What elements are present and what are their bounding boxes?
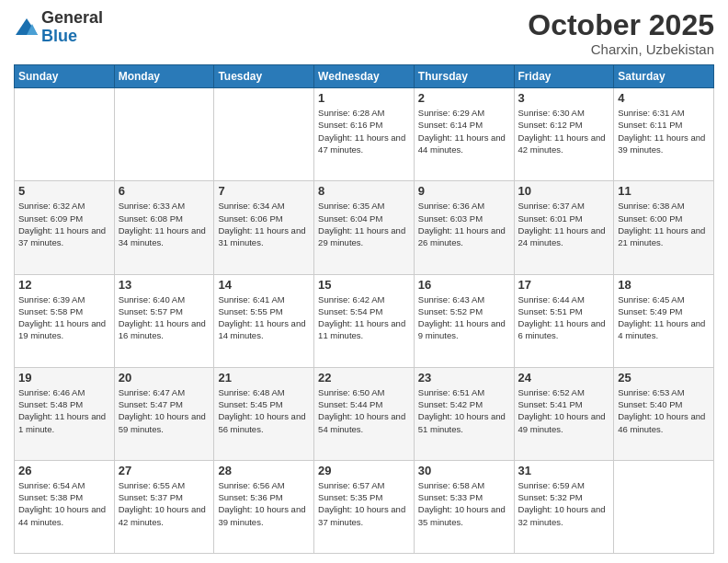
day-number: 3	[518, 91, 610, 105]
calendar-cell: 16Sunrise: 6:43 AM Sunset: 5:52 PM Dayli…	[414, 274, 514, 367]
day-info: Sunrise: 6:52 AM Sunset: 5:41 PM Dayligh…	[518, 386, 610, 435]
calendar-header-row: SundayMondayTuesdayWednesdayThursdayFrid…	[15, 65, 714, 88]
day-info: Sunrise: 6:57 AM Sunset: 5:35 PM Dayligh…	[318, 479, 410, 528]
logo: General Blue	[14, 9, 103, 46]
calendar-cell: 28Sunrise: 6:56 AM Sunset: 5:36 PM Dayli…	[214, 460, 314, 553]
day-number: 7	[218, 184, 310, 198]
calendar-week-row: 19Sunrise: 6:46 AM Sunset: 5:48 PM Dayli…	[15, 367, 714, 460]
calendar-day-header: Thursday	[414, 65, 514, 88]
day-info: Sunrise: 6:40 AM Sunset: 5:57 PM Dayligh…	[119, 293, 210, 342]
day-info: Sunrise: 6:44 AM Sunset: 5:51 PM Dayligh…	[518, 293, 610, 342]
calendar-cell: 17Sunrise: 6:44 AM Sunset: 5:51 PM Dayli…	[514, 274, 614, 367]
day-info: Sunrise: 6:53 AM Sunset: 5:40 PM Dayligh…	[618, 386, 710, 435]
day-number: 23	[418, 371, 510, 385]
day-info: Sunrise: 6:48 AM Sunset: 5:45 PM Dayligh…	[218, 386, 310, 435]
calendar-cell: 7Sunrise: 6:34 AM Sunset: 6:06 PM Daylig…	[214, 181, 314, 274]
calendar-day-header: Tuesday	[214, 65, 314, 88]
day-number: 4	[618, 91, 710, 105]
day-number: 13	[119, 278, 210, 292]
page: General Blue October 2025 Charxin, Uzbek…	[0, 0, 728, 563]
calendar-cell: 10Sunrise: 6:37 AM Sunset: 6:01 PM Dayli…	[514, 181, 614, 274]
calendar-cell: 14Sunrise: 6:41 AM Sunset: 5:55 PM Dayli…	[214, 274, 314, 367]
day-info: Sunrise: 6:35 AM Sunset: 6:04 PM Dayligh…	[318, 200, 410, 248]
day-info: Sunrise: 6:36 AM Sunset: 6:03 PM Dayligh…	[418, 200, 510, 248]
calendar-cell: 24Sunrise: 6:52 AM Sunset: 5:41 PM Dayli…	[514, 367, 614, 460]
day-info: Sunrise: 6:30 AM Sunset: 6:12 PM Dayligh…	[518, 107, 610, 155]
day-number: 6	[119, 184, 210, 198]
day-info: Sunrise: 6:59 AM Sunset: 5:32 PM Dayligh…	[518, 479, 610, 528]
calendar-day-header: Saturday	[614, 65, 714, 88]
calendar-day-header: Friday	[514, 65, 614, 88]
day-number: 10	[518, 184, 610, 198]
calendar-week-row: 26Sunrise: 6:54 AM Sunset: 5:38 PM Dayli…	[15, 460, 714, 553]
day-info: Sunrise: 6:50 AM Sunset: 5:44 PM Dayligh…	[318, 386, 410, 435]
day-number: 28	[218, 464, 310, 477]
day-number: 31	[518, 464, 610, 477]
day-number: 25	[618, 371, 710, 385]
day-info: Sunrise: 6:31 AM Sunset: 6:11 PM Dayligh…	[618, 107, 710, 155]
calendar-day-header: Sunday	[15, 65, 115, 88]
calendar-cell: 23Sunrise: 6:51 AM Sunset: 5:42 PM Dayli…	[414, 367, 514, 460]
day-number: 19	[18, 371, 110, 385]
day-info: Sunrise: 6:55 AM Sunset: 5:37 PM Dayligh…	[119, 479, 210, 528]
day-number: 5	[18, 184, 110, 198]
calendar-day-header: Monday	[114, 65, 214, 88]
calendar-cell: 15Sunrise: 6:42 AM Sunset: 5:54 PM Dayli…	[314, 274, 415, 367]
calendar-cell	[214, 88, 314, 181]
calendar-cell	[614, 460, 714, 553]
day-info: Sunrise: 6:46 AM Sunset: 5:48 PM Dayligh…	[18, 386, 110, 435]
calendar-cell: 8Sunrise: 6:35 AM Sunset: 6:04 PM Daylig…	[314, 181, 415, 274]
calendar-cell: 12Sunrise: 6:39 AM Sunset: 5:58 PM Dayli…	[15, 274, 115, 367]
calendar-cell: 26Sunrise: 6:54 AM Sunset: 5:38 PM Dayli…	[15, 460, 115, 553]
day-number: 22	[318, 371, 410, 385]
day-number: 1	[318, 91, 410, 105]
day-number: 17	[518, 278, 610, 292]
calendar-cell: 6Sunrise: 6:33 AM Sunset: 6:08 PM Daylig…	[114, 181, 214, 274]
calendar-cell: 20Sunrise: 6:47 AM Sunset: 5:47 PM Dayli…	[114, 367, 214, 460]
day-number: 11	[618, 184, 710, 198]
day-info: Sunrise: 6:41 AM Sunset: 5:55 PM Dayligh…	[218, 293, 310, 342]
calendar-cell: 11Sunrise: 6:38 AM Sunset: 6:00 PM Dayli…	[614, 181, 714, 274]
calendar-day-header: Wednesday	[314, 65, 415, 88]
calendar-cell: 2Sunrise: 6:29 AM Sunset: 6:14 PM Daylig…	[414, 88, 514, 181]
day-number: 30	[418, 464, 510, 477]
calendar-cell: 3Sunrise: 6:30 AM Sunset: 6:12 PM Daylig…	[514, 88, 614, 181]
calendar-cell: 19Sunrise: 6:46 AM Sunset: 5:48 PM Dayli…	[15, 367, 115, 460]
logo-icon	[14, 15, 40, 40]
day-info: Sunrise: 6:45 AM Sunset: 5:49 PM Dayligh…	[618, 293, 710, 342]
calendar-cell: 5Sunrise: 6:32 AM Sunset: 6:09 PM Daylig…	[15, 181, 115, 274]
calendar-cell	[15, 88, 115, 181]
day-info: Sunrise: 6:29 AM Sunset: 6:14 PM Dayligh…	[418, 107, 510, 155]
calendar-cell: 30Sunrise: 6:58 AM Sunset: 5:33 PM Dayli…	[414, 460, 514, 553]
day-number: 27	[119, 464, 210, 477]
day-number: 24	[518, 371, 610, 385]
day-info: Sunrise: 6:28 AM Sunset: 6:16 PM Dayligh…	[318, 107, 410, 155]
day-info: Sunrise: 6:58 AM Sunset: 5:33 PM Dayligh…	[418, 479, 510, 528]
day-number: 15	[318, 278, 410, 292]
month-title: October 2025	[528, 9, 714, 41]
day-number: 8	[318, 184, 410, 198]
day-number: 2	[418, 91, 510, 105]
day-info: Sunrise: 6:47 AM Sunset: 5:47 PM Dayligh…	[119, 386, 210, 435]
logo-text: General Blue	[41, 9, 103, 46]
calendar: SundayMondayTuesdayWednesdayThursdayFrid…	[14, 64, 714, 554]
day-number: 16	[418, 278, 510, 292]
day-number: 18	[618, 278, 710, 292]
day-info: Sunrise: 6:32 AM Sunset: 6:09 PM Dayligh…	[18, 200, 110, 248]
day-info: Sunrise: 6:39 AM Sunset: 5:58 PM Dayligh…	[18, 293, 110, 342]
day-info: Sunrise: 6:38 AM Sunset: 6:00 PM Dayligh…	[618, 200, 710, 248]
day-info: Sunrise: 6:37 AM Sunset: 6:01 PM Dayligh…	[518, 200, 610, 248]
logo-general: General	[41, 9, 103, 28]
calendar-cell: 13Sunrise: 6:40 AM Sunset: 5:57 PM Dayli…	[114, 274, 214, 367]
title-area: October 2025 Charxin, Uzbekistan	[528, 9, 714, 57]
calendar-week-row: 1Sunrise: 6:28 AM Sunset: 6:16 PM Daylig…	[15, 88, 714, 181]
calendar-cell: 21Sunrise: 6:48 AM Sunset: 5:45 PM Dayli…	[214, 367, 314, 460]
day-info: Sunrise: 6:54 AM Sunset: 5:38 PM Dayligh…	[18, 479, 110, 528]
calendar-cell: 27Sunrise: 6:55 AM Sunset: 5:37 PM Dayli…	[114, 460, 214, 553]
day-info: Sunrise: 6:33 AM Sunset: 6:08 PM Dayligh…	[119, 200, 210, 248]
location: Charxin, Uzbekistan	[528, 41, 714, 57]
calendar-week-row: 12Sunrise: 6:39 AM Sunset: 5:58 PM Dayli…	[15, 274, 714, 367]
calendar-cell: 29Sunrise: 6:57 AM Sunset: 5:35 PM Dayli…	[314, 460, 415, 553]
day-info: Sunrise: 6:51 AM Sunset: 5:42 PM Dayligh…	[418, 386, 510, 435]
day-info: Sunrise: 6:34 AM Sunset: 6:06 PM Dayligh…	[218, 200, 310, 248]
